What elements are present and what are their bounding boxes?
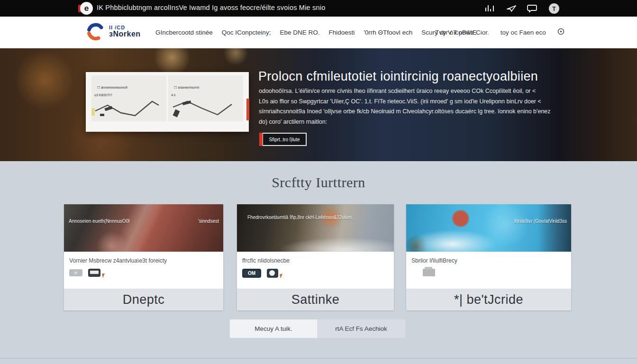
cta-label: Sfiprt..tro l)lute [269, 137, 300, 142]
card-red-accent [246, 99, 249, 120]
nav-item-1[interactable]: GIncbercootd stinée [155, 29, 213, 36]
thumb2-sketch [168, 97, 243, 119]
card1-overlay-right: 'sinndsest [198, 218, 219, 224]
card3-overlay-right: Xtriiâíîtvr (Gov/atViriid3ss [513, 218, 567, 224]
brand[interactable]: II /CD ɜNorken [86, 22, 141, 41]
thumb1-caption: ☐ ânnemneriwomoft [97, 86, 127, 90]
card1-footer-label[interactable]: Dneptc [64, 289, 223, 310]
card1-image: Annoseien eueth(NnnnusO0l 'sinndsest [64, 204, 223, 252]
section-heading: Srcftty Iurttrern [0, 174, 637, 191]
hero-line-2: L0s aio ffior so Swpgyrtcar 'Uïier,Ç OC'… [259, 97, 538, 107]
cursor-icon [280, 273, 283, 278]
topbar-logo[interactable]: e [80, 2, 93, 15]
thumb2-caption: ☐ srsenerrinorrin [174, 86, 199, 90]
card2-footer-label[interactable]: Sattinke [237, 289, 394, 310]
hero-line-4: do) coro' arctilern rnaitlon: [259, 117, 538, 127]
product-card-1[interactable]: Annoseien eueth(NnnnusO0l 'sinndsest Vor… [64, 204, 223, 310]
card2-image: Fhedrovrksetàvrrtiâ Íñp,8nr ckH-Leêéoso&… [237, 204, 394, 252]
hero-cta-button[interactable]: Sfiprt..tro l)lute [262, 133, 307, 146]
card2-overlay-left: Fhedrovrksetàvrrtiâ Íñp,8nr ckH-Leêéoso&… [247, 215, 353, 220]
card1-body: Vornier Msbrecw z4antvlua\e3t foreicty [64, 252, 223, 289]
send-icon[interactable] [506, 4, 517, 13]
tab-2[interactable]: rtA Ecf Fs Aechiok [317, 319, 405, 338]
thumb1-subcaption: o3 KIEEITI? [94, 93, 112, 97]
cta-red-bar [259, 133, 263, 146]
card2-icons: OM [242, 269, 389, 278]
topbar-title: IK Phbbiclubtngm arcolInsVe Iwamd Ig avo… [97, 4, 325, 11]
nav-menu: GIncbercootd stinée Qoc IConpcteiny; Ebe… [155, 17, 477, 48]
card3-image: Xtriiâíîtvr (Gov/atViriid3ss [406, 204, 571, 252]
nav-item-2[interactable]: Qoc IConpcteiny; [222, 29, 271, 36]
om-badge-icon: OM [242, 269, 261, 278]
thumb2-subcaption: 4.ii [171, 93, 175, 97]
nav-item-5[interactable]: '0rrh ΘTfoovl ech [364, 29, 412, 36]
hero-product-thumb-1: ☐ ânnemneriwomoft o3 KIEEITI? [91, 75, 166, 121]
thumb1-sketch [91, 97, 166, 119]
card3-blurb: Sbrilor IñlulfiBrecy [411, 257, 566, 264]
card1-icons [69, 269, 218, 277]
card2-body: ffrcfIc nIidolsnecbe OM [237, 252, 394, 289]
nav-right-item-2[interactable]: toy oc Faen eco [500, 29, 546, 36]
topbar-logo-icon: e [80, 2, 93, 15]
camera-icon [267, 269, 278, 278]
signal-icon[interactable] [484, 4, 496, 13]
main-navigation: II /CD ɜNorken GIncbercootd stinée Qoc I… [0, 17, 637, 48]
hero-heading: Prolocn cfmileutotiet iointircinig roane… [258, 69, 538, 84]
topbar-social-icons: T [484, 2, 560, 15]
search-icon[interactable] [557, 28, 564, 37]
card3-body: Sbrilor IñlulfiBrecy [406, 252, 571, 289]
brand-bottom-line: ɜNorken [109, 30, 141, 38]
brand-logo-icon [86, 22, 105, 41]
hero-line-1: odoohoôïrsa. L'éiñin/ce onrre cïvnis Ihe… [259, 86, 538, 97]
device-chip-icon [69, 269, 82, 276]
badge-letter: T [552, 6, 556, 12]
product-card-2[interactable]: Fhedrovrksetàvrrtiâ Íñp,8nr ckH-Leêéoso&… [237, 204, 394, 310]
nav-right-item-1[interactable]: Tvbr oT powir Cior. [435, 29, 489, 36]
brand-text: II /CD ɜNorken [109, 25, 141, 38]
bottom-divider [0, 358, 637, 359]
hero-paragraph: odoohoôïrsa. L'éiñin/ce onrre cïvnis Ihe… [259, 86, 538, 127]
top-utility-bar: e IK Phbbiclubtngm arcolInsVe Iwamd Ig a… [0, 0, 637, 17]
card3-footer-label[interactable]: *| be'tJcride [406, 289, 571, 310]
nav-right-group: Tvbr oT powir Cior. toy oc Faen eco [435, 17, 564, 48]
tab-1[interactable]: Mecuy A tuik. [230, 319, 317, 338]
printer-icon [423, 269, 435, 276]
hero-line-3: sïrnriaihcsnnoit9a Inoed 'o8jvse orbe fk… [259, 107, 538, 117]
nav-item-3[interactable]: Ebe DNE RO. [280, 29, 319, 36]
nav-item-4[interactable]: Fhidoesti [328, 29, 355, 36]
bottom-tabs: Mecuy A tuik. rtA Ecf Fs Aechiok [230, 319, 405, 338]
card2-blurb: ffrcfIc nIidolsnecbe [242, 257, 389, 264]
badge-icon[interactable]: T [548, 2, 560, 15]
laptop-icon [88, 269, 100, 277]
card1-overlay-left: Annoseien eueth(NnnnusO0l [69, 218, 129, 224]
safety-section: Srcftty Iurttrern Annoseien eueth(Nnnnus… [0, 161, 637, 364]
hero-product-card[interactable]: ☐ ânnemneriwomoft o3 KIEEITI? ☐ srsenerr… [86, 72, 249, 132]
hero-banner: ☐ ânnemneriwomoft o3 KIEEITI? ☐ srsenerr… [0, 48, 637, 161]
cursor-icon [102, 273, 106, 278]
chat-icon[interactable] [527, 4, 537, 13]
card3-icons [411, 269, 566, 276]
product-card-3[interactable]: Xtriiâíîtvr (Gov/atViriid3ss Sbrilor Iñl… [406, 204, 571, 310]
card-yellow-accent [91, 108, 95, 116]
card1-blurb: Vornier Msbrecw z4antvlua\e3t foreicty [69, 257, 218, 264]
hero-product-thumb-2: ☐ srsenerrinorrin 4.ii [168, 75, 243, 121]
